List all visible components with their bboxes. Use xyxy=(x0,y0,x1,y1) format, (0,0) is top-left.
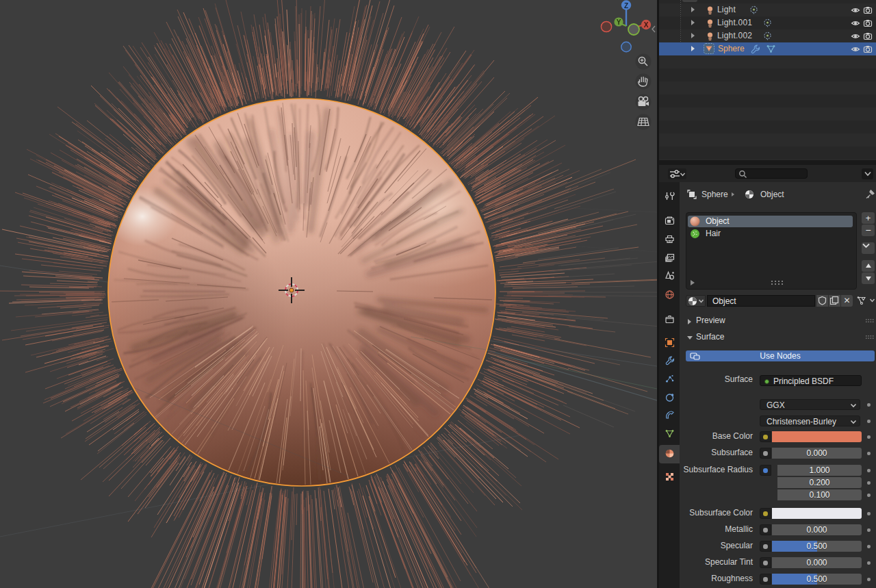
svg-text:Y: Y xyxy=(617,18,621,26)
svg-text:Z: Z xyxy=(624,2,628,10)
svg-text:X: X xyxy=(644,21,649,29)
